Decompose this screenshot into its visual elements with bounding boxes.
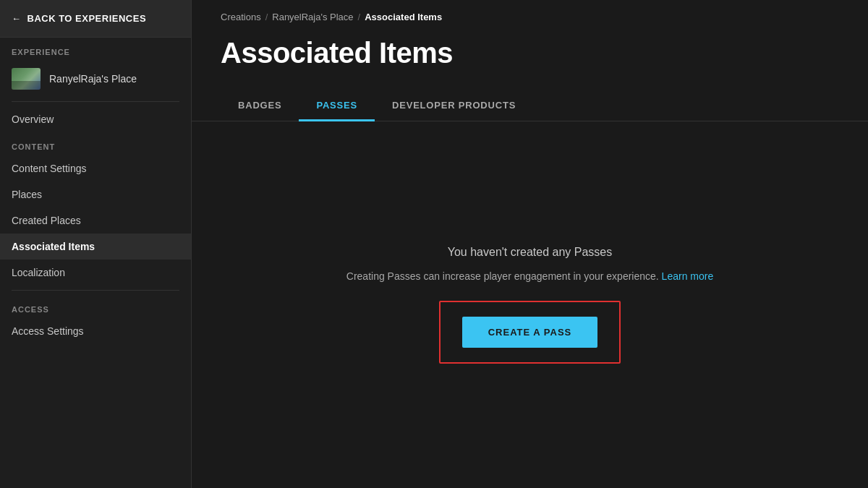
breadcrumb-creations[interactable]: Creations <box>221 12 261 22</box>
breadcrumb-current: Associated Items <box>365 12 442 22</box>
breadcrumb-sep-2: / <box>358 12 361 22</box>
access-section-label: ACCESS <box>0 295 191 318</box>
sidebar-item-localization[interactable]: Localization <box>0 260 191 286</box>
create-button-highlight: CREATE A PASS <box>439 301 621 364</box>
learn-text: Creating Passes can increase player enga… <box>346 270 713 282</box>
main-content: Creations / RanyelRaja's Place / Associa… <box>192 0 868 488</box>
breadcrumb-sep-1: / <box>265 12 268 22</box>
breadcrumb: Creations / RanyelRaja's Place / Associa… <box>192 0 868 22</box>
tabs-row: BADGES PASSES DEVELOPER PRODUCTS <box>192 77 868 121</box>
create-a-pass-button[interactable]: CREATE A PASS <box>462 317 598 348</box>
experience-name: RanyelRaja's Place <box>49 73 137 85</box>
sidebar-item-access-settings[interactable]: Access Settings <box>0 318 191 344</box>
page-title: Associated Items <box>192 22 868 77</box>
experience-item[interactable]: RanyelRaja's Place <box>0 61 191 97</box>
learn-more-link[interactable]: Learn more <box>662 270 714 282</box>
back-label: BACK TO EXPERIENCES <box>27 13 147 24</box>
sidebar-divider-2 <box>12 290 179 291</box>
sidebar-item-created-places[interactable]: Created Places <box>0 207 191 234</box>
empty-state-area: You haven't created any Passes Creating … <box>192 121 868 488</box>
experience-section-label: EXPERIENCE <box>0 38 191 61</box>
empty-heading: You haven't created any Passes <box>448 246 613 259</box>
sidebar-divider-1 <box>12 101 179 102</box>
content-section-label: CONTENT <box>0 132 191 155</box>
back-arrow-icon: ← <box>12 13 22 24</box>
sidebar: ← BACK TO EXPERIENCES EXPERIENCE RanyelR… <box>0 0 192 488</box>
experience-thumbnail <box>12 68 41 90</box>
sidebar-item-content-settings[interactable]: Content Settings <box>0 155 191 181</box>
sidebar-item-overview[interactable]: Overview <box>0 106 191 132</box>
breadcrumb-place[interactable]: RanyelRaja's Place <box>272 12 353 22</box>
back-to-experiences-button[interactable]: ← BACK TO EXPERIENCES <box>0 0 191 38</box>
tab-passes[interactable]: PASSES <box>299 91 375 121</box>
sidebar-item-associated-items[interactable]: Associated Items <box>0 234 191 260</box>
sidebar-item-places[interactable]: Places <box>0 181 191 207</box>
tab-developer-products[interactable]: DEVELOPER PRODUCTS <box>375 91 533 121</box>
tab-badges[interactable]: BADGES <box>221 91 299 121</box>
